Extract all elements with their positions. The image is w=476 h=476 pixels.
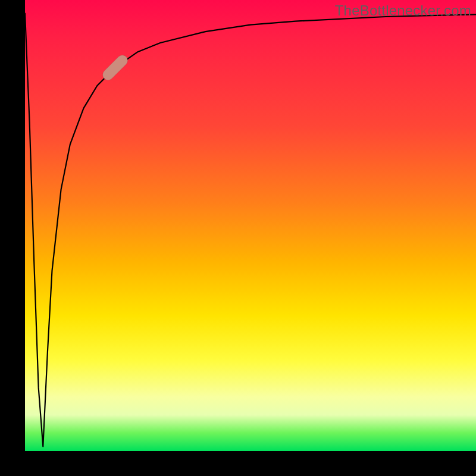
attribution-label: TheBottlenecker.com <box>335 2 471 19</box>
axis-y-strip <box>0 0 25 476</box>
chart-stage: TheBottlenecker.com <box>0 0 476 476</box>
chart-svg <box>25 0 476 451</box>
axis-x-strip <box>0 451 476 476</box>
curve-marker <box>101 53 130 82</box>
svg-rect-0 <box>101 53 130 82</box>
plot-area: TheBottlenecker.com <box>25 0 476 451</box>
bottleneck-curve <box>25 14 476 447</box>
